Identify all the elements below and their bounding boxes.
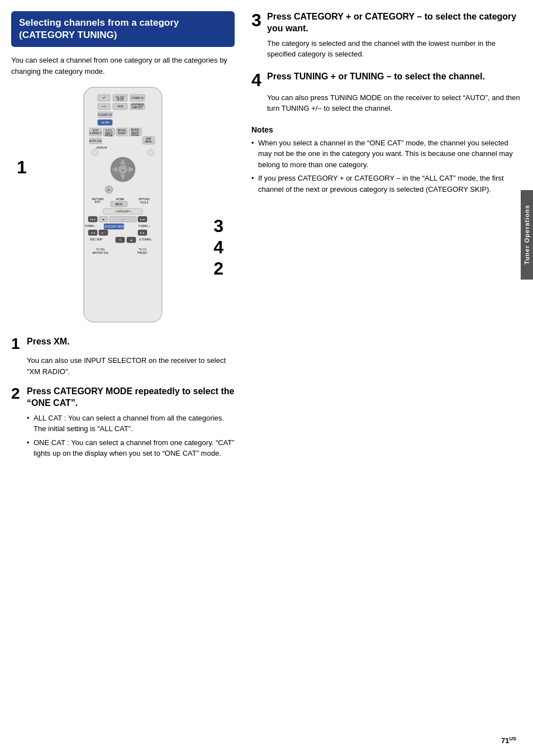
svg-text:►►: ►► xyxy=(140,231,145,234)
svg-text:II: II xyxy=(120,239,121,242)
svg-point-39 xyxy=(92,149,98,156)
svg-text:► °: ► ° xyxy=(101,231,106,234)
svg-text:CLEAR/>10: CLEAR/>10 xyxy=(98,114,112,116)
svg-text:SLEEP: SLEEP xyxy=(118,132,126,135)
step4-label-remote: 4 xyxy=(213,238,223,256)
svg-text:AUTO CAL: AUTO CAL xyxy=(89,140,102,143)
svg-text:– CATEGORY +: – CATEGORY + xyxy=(114,210,132,213)
section-header: Selecting channels from a category (CATE… xyxy=(11,11,235,47)
svg-text:🔊: 🔊 xyxy=(107,188,111,192)
step1-body: You can also use INPUT SELECTOR on the r… xyxy=(27,355,235,377)
svg-text:PRESET: PRESET xyxy=(137,252,147,254)
svg-text:D.TUNING: D.TUNING xyxy=(139,238,151,241)
svg-text:■: ■ xyxy=(131,239,132,242)
remote-svg: •7 SA-CD/ •8 CD TUNER •9 • -/-- •0/10 •E… xyxy=(67,84,179,325)
svg-text:•7: •7 xyxy=(103,97,106,100)
side-tab: Tuner Operations xyxy=(521,190,533,280)
svg-text:TUNING +: TUNING + xyxy=(138,225,150,228)
page-number: 71US xyxy=(501,736,516,745)
step4-number: 4 xyxy=(251,71,263,89)
step2-bullets: ALL CAT : You can select a channel from … xyxy=(27,413,235,459)
svg-text:MASTER VOL: MASTER VOL xyxy=(92,252,109,254)
step4-section: 4 Press TUNING + or TUNING – to select t… xyxy=(251,71,522,114)
section-title: Selecting channels from a category (CATE… xyxy=(19,17,227,41)
svg-text:TV VOL: TV VOL xyxy=(96,248,106,251)
step3-number: 3 xyxy=(251,11,263,29)
svg-text:MENU: MENU xyxy=(145,140,152,143)
notes-section: Notes When you select a channel in the “… xyxy=(251,125,522,195)
svg-text:•8  CD: •8 CD xyxy=(117,98,124,101)
right-column: 3 Press CATEGORY + or CATEGORY – to sele… xyxy=(246,11,522,745)
step2-number: 2 xyxy=(11,386,22,401)
svg-text:OPTIONS: OPTIONS xyxy=(139,198,150,201)
svg-text:MENU: MENU xyxy=(115,203,122,206)
svg-text:•0/10: •0/10 xyxy=(117,105,123,108)
svg-point-40 xyxy=(147,149,154,156)
step1-label-remote: 1 xyxy=(17,157,27,178)
svg-text:DMPORT: DMPORT xyxy=(132,106,143,109)
svg-text:MODE: MODE xyxy=(131,134,139,136)
svg-text:TUNER  •9: TUNER •9 xyxy=(132,97,144,100)
step2-bullet2: ONE CAT : You can select a channel from … xyxy=(27,437,235,459)
svg-text:DISC SKIP: DISC SKIP xyxy=(90,238,102,241)
svg-text:EXIT: EXIT xyxy=(95,201,101,204)
svg-text:+-: +- xyxy=(122,169,125,172)
step2-title: Press CATEGORY MODE repeatedly to select… xyxy=(27,386,235,409)
step-labels-right: 3 4 2 xyxy=(213,217,223,277)
svg-text:•DISPLAY: •DISPLAY xyxy=(96,147,107,149)
svg-text:TUNING –: TUNING – xyxy=(84,225,96,228)
intro-text: You can select a channel from one catego… xyxy=(11,55,235,77)
notes-title: Notes xyxy=(251,125,522,134)
step2-bullet1: ALL CAT : You can select a channel from … xyxy=(27,413,235,434)
svg-text:•HOME: •HOME xyxy=(116,198,124,201)
step3-label-remote: 3 xyxy=(213,217,223,235)
svg-text:TOOLS: TOOLS xyxy=(140,201,148,204)
step4-title: Press TUNING + or TUNING – to select the… xyxy=(267,71,485,83)
notes-bullet2: If you press CATEGORY + or CATEGORY – in… xyxy=(251,173,522,195)
svg-text:TV CH: TV CH xyxy=(139,248,146,251)
remote-illustration: 1 •7 SA-CD/ •8 CD TUNER •9 • -/-- •0/10 xyxy=(11,84,235,325)
svg-text:►►|: ►►| xyxy=(140,218,145,221)
step1-title: Press XM. xyxy=(27,336,69,348)
step1-section: 1 Press XM. You can also use INPUT SELEC… xyxy=(11,336,235,377)
svg-text:◄◄: ◄◄ xyxy=(91,231,96,234)
step3-body: The category is selected and the channel… xyxy=(267,38,522,60)
notes-bullets: When you select a channel in the “ONE CA… xyxy=(251,138,522,195)
svg-text:• -/--: • -/-- xyxy=(102,105,107,108)
svg-text:•⊕ XM: •⊕ XM xyxy=(101,121,109,124)
svg-text:MODE: MODE xyxy=(105,134,113,137)
svg-text:CATEGORY MODE: CATEGORY MODE xyxy=(103,225,125,228)
step1-number: 1 xyxy=(11,336,22,352)
left-column: Selecting channels from a category (CATE… xyxy=(11,11,246,745)
step4-body: You can also press TUNING MODE on the re… xyxy=(267,92,522,114)
svg-text:◄-: ◄- xyxy=(102,218,105,221)
step2-section: 2 Press CATEGORY MODE repeatedly to sele… xyxy=(11,386,235,459)
svg-text:A.DIRECT: A.DIRECT xyxy=(89,132,101,135)
step3-title: Press CATEGORY + or CATEGORY – to select… xyxy=(267,11,522,35)
svg-text:· ·→: · ·→ xyxy=(121,218,125,221)
notes-bullet1: When you select a channel in the “ONE CA… xyxy=(251,138,522,171)
step2-label-remote: 2 xyxy=(213,259,223,277)
step3-section: 3 Press CATEGORY + or CATEGORY – to sele… xyxy=(251,11,522,60)
svg-text:|◄◄: |◄◄ xyxy=(90,218,96,221)
